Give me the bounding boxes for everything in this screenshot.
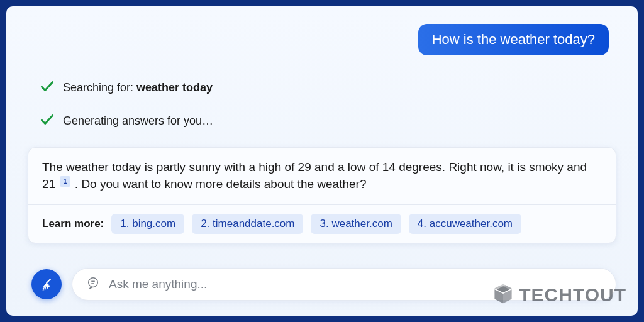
learn-more-row: Learn more: 1. bing.com 2. timeanddate.c… xyxy=(28,204,616,243)
new-topic-button[interactable] xyxy=(31,269,62,299)
source-chip-3[interactable]: 3. weather.com xyxy=(311,214,401,234)
source-prefix: 1. xyxy=(120,218,129,230)
source-prefix: 3. xyxy=(319,218,328,230)
searching-text: Searching for: weather today xyxy=(63,81,213,94)
status-section: Searching for: weather today Generating … xyxy=(28,78,616,145)
chat-icon xyxy=(86,276,100,292)
user-message-bubble: How is the weather today? xyxy=(418,24,609,55)
source-domain: timeanddate.com xyxy=(213,218,294,230)
chat-input[interactable] xyxy=(109,277,602,291)
source-chip-2[interactable]: 2. timeanddate.com xyxy=(192,214,303,234)
searching-status: Searching for: weather today xyxy=(39,78,616,97)
citation-marker[interactable]: 1 xyxy=(60,176,70,187)
source-chip-4[interactable]: 4. accuweather.com xyxy=(409,214,521,234)
source-domain: bing.com xyxy=(132,218,175,230)
searching-query: weather today xyxy=(136,81,213,94)
check-icon xyxy=(39,78,55,97)
assistant-response-text: The weather today is partly sunny with a… xyxy=(28,148,616,204)
generating-status: Generating answers for you… xyxy=(39,111,616,131)
searching-label: Searching for: xyxy=(63,81,136,94)
check-icon xyxy=(39,111,55,131)
source-prefix: 4. xyxy=(418,218,426,230)
source-domain: weather.com xyxy=(331,218,392,230)
generating-label: Generating answers for you… xyxy=(63,114,213,128)
chat-window: How is the weather today? Searching for:… xyxy=(6,6,638,316)
input-row xyxy=(28,268,616,301)
answer-part-2: . Do you want to know more details about… xyxy=(75,177,367,191)
source-domain: accuweather.com xyxy=(430,218,513,230)
assistant-response-card: The weather today is partly sunny with a… xyxy=(28,147,616,243)
source-prefix: 2. xyxy=(201,218,209,230)
svg-point-0 xyxy=(89,278,98,287)
source-chip-1[interactable]: 1. bing.com xyxy=(111,214,184,234)
learn-more-label: Learn more: xyxy=(42,218,104,230)
chat-input-container[interactable] xyxy=(72,268,616,301)
